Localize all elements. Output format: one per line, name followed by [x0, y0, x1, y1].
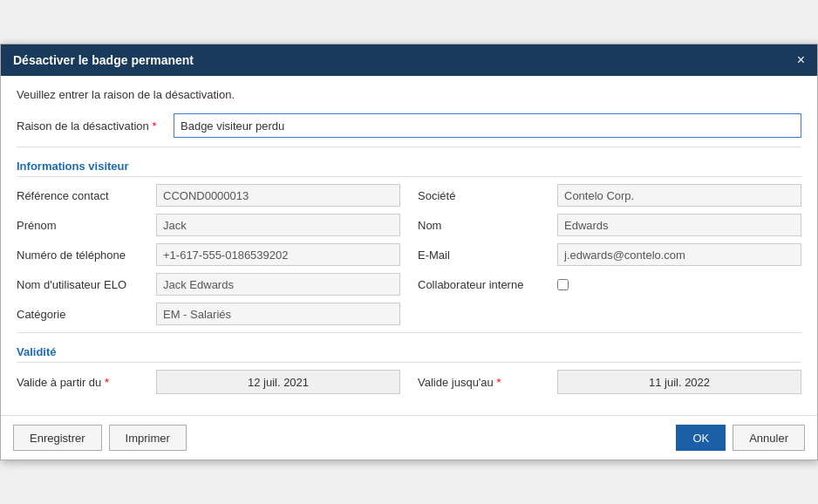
footer-left-buttons: Enregistrer Imprimer [13, 425, 187, 451]
valid-from-label: Valide à partir du [17, 376, 156, 389]
valid-from-field: Valide à partir du [17, 370, 400, 394]
email-input [557, 243, 801, 266]
valid-to-input [557, 370, 801, 394]
telephone-field: Numéro de téléphone [17, 243, 400, 266]
reason-input[interactable] [174, 113, 801, 138]
telephone-label: Numéro de téléphone [17, 249, 156, 262]
save-button[interactable]: Enregistrer [13, 425, 102, 451]
visitor-section-title: Informations visiteur [17, 160, 801, 177]
societe-input [557, 184, 801, 207]
empty-cell [418, 303, 801, 325]
reason-label: Raison de la désactivation [17, 119, 174, 133]
collaborateur-label: Collaborateur interne [418, 278, 557, 291]
collaborateur-field: Collaborateur interne [418, 273, 801, 296]
dialog-container: Désactiver le badge permanent × Veuillez… [0, 44, 818, 460]
prenom-input [156, 214, 400, 236]
dialog-footer: Enregistrer Imprimer OK Annuler [1, 415, 817, 460]
valid-from-input [156, 370, 400, 394]
elo-field: Nom d'utilisateur ELO [17, 273, 400, 296]
dialog-body: Veuillez entrer la raison de la désactiv… [1, 76, 817, 406]
footer-right-buttons: OK Annuler [676, 425, 805, 451]
societe-field: Société [418, 184, 801, 207]
reference-label: Référence contact [17, 189, 156, 202]
validity-grid: Valide à partir du Valide jusqu'au [17, 370, 801, 394]
close-button[interactable]: × [797, 53, 805, 67]
dialog-subtitle: Veuillez entrer la raison de la désactiv… [17, 88, 801, 101]
dialog-header: Désactiver le badge permanent × [1, 44, 817, 76]
categorie-label: Catégorie [17, 308, 156, 321]
categorie-field: Catégorie [17, 303, 400, 325]
print-button[interactable]: Imprimer [109, 425, 187, 451]
validity-section-title: Validité [17, 345, 801, 363]
elo-input [156, 273, 400, 296]
valid-to-label: Valide jusqu'au [418, 376, 557, 389]
telephone-input [156, 243, 400, 266]
nom-field: Nom [418, 214, 801, 236]
categorie-input [156, 303, 400, 325]
nom-label: Nom [418, 219, 557, 232]
prenom-field: Prénom [17, 214, 400, 236]
email-field: E-Mail [418, 243, 801, 266]
nom-input [557, 214, 801, 236]
societe-label: Société [418, 189, 557, 202]
email-label: E-Mail [418, 249, 557, 262]
collaborateur-checkbox[interactable] [557, 279, 569, 290]
elo-label: Nom d'utilisateur ELO [17, 278, 156, 291]
prenom-label: Prénom [17, 219, 156, 232]
reference-input [156, 184, 400, 207]
reference-field: Référence contact [17, 184, 400, 207]
visitor-info-grid: Référence contact Société Prénom Nom Num… [17, 184, 801, 325]
dialog-title: Désactiver le badge permanent [13, 53, 194, 67]
reason-row: Raison de la désactivation [17, 113, 801, 138]
cancel-button[interactable]: Annuler [733, 425, 805, 451]
ok-button[interactable]: OK [676, 425, 726, 451]
valid-to-field: Valide jusqu'au [418, 370, 801, 394]
